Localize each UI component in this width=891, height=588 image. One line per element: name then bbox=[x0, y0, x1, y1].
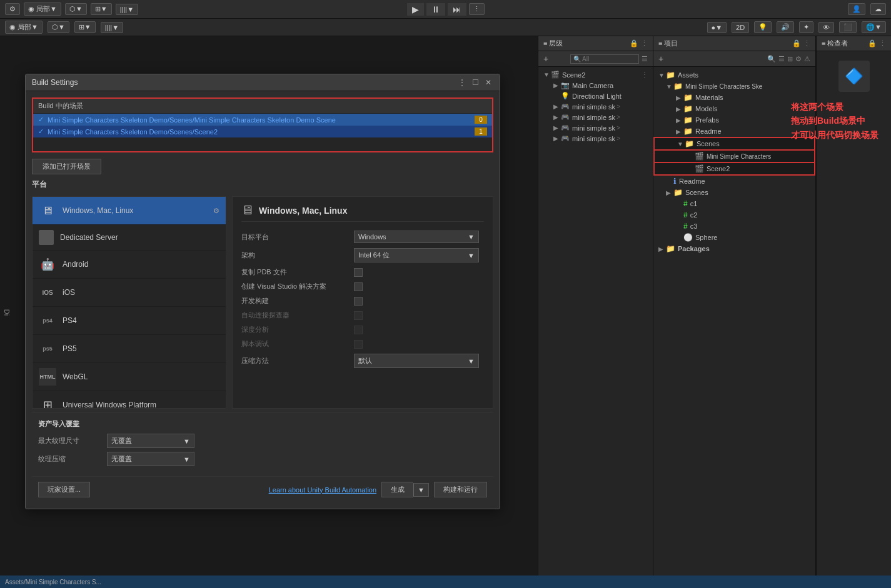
platform-android[interactable]: 🤖 Android bbox=[33, 251, 226, 279]
di-label: Di bbox=[3, 309, 11, 315]
mini3-more: > bbox=[617, 124, 620, 131]
texture-compress-select[interactable]: 无覆盖 ▼ bbox=[107, 452, 194, 466]
scene-item-1[interactable]: ✓ Mini Simple Characters Skeleton Demo/S… bbox=[33, 114, 492, 126]
grid-btn[interactable]: ⊞▼ bbox=[74, 21, 96, 33]
platform-uwp[interactable]: ⊞ Universal Windows Platform bbox=[33, 391, 226, 409]
dialog-title: Build Settings bbox=[32, 78, 78, 87]
project-add-btn[interactable]: + bbox=[658, 54, 663, 64]
arch-select[interactable]: Intel 64 位 ▼ bbox=[354, 248, 479, 262]
build-run-button[interactable]: 构建和运行 bbox=[434, 482, 487, 497]
step-button[interactable]: ⏭ bbox=[448, 3, 466, 16]
auto-connect-label: 自动连接探查器 bbox=[241, 311, 354, 320]
proj-scene2[interactable]: 🎬 Scene2 bbox=[653, 163, 815, 176]
hierarchy-camera-label: Main Camera bbox=[572, 82, 613, 89]
proj-mini-scene[interactable]: 🎬 Mini Simple Characters bbox=[653, 151, 815, 163]
play-button[interactable]: ▶ bbox=[407, 3, 424, 16]
hierarchy-title: ≡ 层级 bbox=[543, 39, 563, 48]
project-icon3-btn[interactable]: ⚙ bbox=[795, 55, 802, 63]
generate-button[interactable]: 生成 bbox=[381, 482, 413, 497]
hierarchy-search-input[interactable] bbox=[582, 56, 626, 62]
light-icon: 💡 bbox=[561, 92, 570, 100]
dialog-close-btn[interactable]: ✕ bbox=[483, 78, 493, 87]
cloud-btn[interactable]: ☁ bbox=[870, 3, 886, 15]
dialog-more-btn[interactable]: ⋮ bbox=[456, 78, 468, 87]
proj-readme[interactable]: ℹ Readme bbox=[653, 176, 815, 187]
snap-btn[interactable]: ||||▼ bbox=[101, 22, 123, 33]
copy-pdb-checkbox[interactable] bbox=[354, 268, 363, 277]
platform-webgl-label: WebGL bbox=[63, 372, 88, 381]
platform-windows[interactable]: 🖥 Windows, Mac, Linux ⚙ bbox=[33, 197, 226, 225]
compress-select[interactable]: 默认 ▼ bbox=[354, 354, 479, 368]
proj-assets[interactable]: ▼ 📁 Assets bbox=[653, 69, 815, 81]
learn-link[interactable]: Learn about Unity Build Automation bbox=[269, 486, 376, 494]
hierarchy-more-btn[interactable]: ⋮ bbox=[641, 39, 648, 47]
proj-mini-folder[interactable]: ▼ 📁 Mini Simple Characters Ske bbox=[653, 81, 815, 92]
proj-c3[interactable]: # c3 bbox=[653, 221, 815, 232]
render-btn[interactable]: 🌐▼ bbox=[862, 21, 886, 33]
dialog-maximize-btn[interactable]: ☐ bbox=[470, 78, 481, 87]
add-scene-button[interactable]: 添加已打开场景 bbox=[32, 159, 101, 174]
hierarchy-mini4[interactable]: ▶ 🎮 mini simple sk > bbox=[538, 133, 653, 144]
platform-dedicated[interactable]: Dedicated Server bbox=[33, 225, 226, 251]
hierarchy-mini1[interactable]: ▶ 🎮 mini simple sk > bbox=[538, 101, 653, 112]
proj-packages[interactable]: ▶ 📁 Packages bbox=[653, 243, 815, 254]
2d-btn[interactable]: 2D bbox=[732, 22, 749, 33]
orbit-btn[interactable]: ●▼ bbox=[707, 22, 727, 33]
project-icon1-btn[interactable]: ☰ bbox=[778, 55, 785, 63]
pause-button[interactable]: ⏸ bbox=[426, 3, 445, 16]
hierarchy-dir-light[interactable]: 💡 Directional Light bbox=[538, 91, 653, 101]
create-vs-checkbox[interactable] bbox=[354, 282, 363, 291]
tool3-btn[interactable]: ||||▼ bbox=[116, 4, 138, 15]
hierarchy-lock-btn[interactable]: 🔒 bbox=[630, 39, 638, 47]
gizmo-btn[interactable]: ⬡▼ bbox=[48, 21, 69, 33]
dialog-titlebar[interactable]: Build Settings ⋮ ☐ ✕ bbox=[26, 74, 500, 91]
project-icon2-btn[interactable]: ⊞ bbox=[787, 55, 793, 63]
gizmos-btn[interactable]: ⬛ bbox=[839, 21, 857, 33]
project-lock-btn[interactable]: 🔒 bbox=[792, 39, 801, 47]
project-search-btn[interactable]: 🔍 bbox=[767, 55, 776, 63]
scene-item-2[interactable]: ✓ Mini Simple Characters Skeleton Demo/S… bbox=[33, 126, 492, 137]
hierarchy-mini2[interactable]: ▶ 🎮 mini simple sk > bbox=[538, 112, 653, 122]
tool2-btn[interactable]: ⊞▼ bbox=[91, 3, 112, 15]
project-icon4-btn[interactable]: ⚠ bbox=[804, 55, 810, 63]
hide-btn[interactable]: 👁 bbox=[818, 22, 834, 33]
local-btn[interactable]: ◉ 局部▼ bbox=[24, 2, 61, 16]
proj-scenes-top[interactable]: ▶ 📁 Scenes bbox=[653, 187, 815, 198]
account-btn[interactable]: 👤 bbox=[848, 3, 865, 15]
platform-ios[interactable]: iOS iOS bbox=[33, 279, 226, 307]
audio-btn[interactable]: 🔊 bbox=[777, 21, 794, 33]
texture-compress-text: 无覆盖 bbox=[111, 454, 132, 464]
hierarchy-add-btn[interactable]: + bbox=[543, 54, 548, 64]
tool1-btn[interactable]: ⬡▼ bbox=[65, 3, 87, 15]
inspector-header-btns: 🔒 ⋮ bbox=[868, 39, 886, 47]
dialog-footer: 玩家设置... Learn about Unity Build Automati… bbox=[32, 476, 493, 502]
target-platform-select[interactable]: Windows ▼ bbox=[354, 231, 479, 243]
hierarchy-mini3[interactable]: ▶ 🎮 mini simple sk > bbox=[538, 122, 653, 133]
inspector-more-btn[interactable]: ⋮ bbox=[879, 39, 886, 47]
light-btn[interactable]: 💡 bbox=[754, 21, 772, 33]
proj-sphere[interactable]: ⚪ Sphere bbox=[653, 232, 815, 243]
platform-webgl[interactable]: HTML WebGL bbox=[33, 363, 226, 391]
effect-btn[interactable]: ✦ bbox=[799, 21, 813, 33]
player-settings-button[interactable]: 玩家设置... bbox=[38, 482, 90, 497]
annotation-line3: 才可以用代码切换场景 bbox=[791, 128, 878, 142]
view-btn[interactable]: ◉ 局部▼ bbox=[5, 21, 43, 34]
platform-ps5[interactable]: ps5 PS5 bbox=[33, 335, 226, 363]
proj-c1[interactable]: # c1 bbox=[653, 198, 815, 209]
max-texture-select[interactable]: 无覆盖 ▼ bbox=[107, 434, 194, 448]
dev-build-checkbox[interactable] bbox=[354, 297, 363, 306]
hierarchy-main-camera[interactable]: ▶ 📷 Main Camera bbox=[538, 80, 653, 91]
settings-platform-icon: 🖥 bbox=[241, 203, 254, 217]
inspector-lock-btn[interactable]: 🔒 bbox=[868, 39, 877, 47]
settings-btn[interactable]: ⚙ bbox=[5, 3, 20, 15]
platform-ps4[interactable]: ps4 PS4 bbox=[33, 307, 226, 335]
hierarchy-scene2[interactable]: ▼ 🎬 Scene2 ⋮ bbox=[538, 69, 653, 80]
more-options-btn[interactable]: ⋮ bbox=[469, 3, 485, 15]
generate-dropdown[interactable]: ▼ bbox=[413, 483, 429, 497]
project-more-btn[interactable]: ⋮ bbox=[803, 39, 810, 47]
proj-c2[interactable]: # c2 bbox=[653, 209, 815, 221]
scene2-more-btn[interactable]: ⋮ bbox=[642, 71, 648, 78]
dedicated-icon bbox=[39, 230, 54, 245]
readme-mini-arrow: ▶ bbox=[676, 128, 683, 135]
hierarchy-filter-btn[interactable]: ☰ bbox=[642, 55, 648, 63]
